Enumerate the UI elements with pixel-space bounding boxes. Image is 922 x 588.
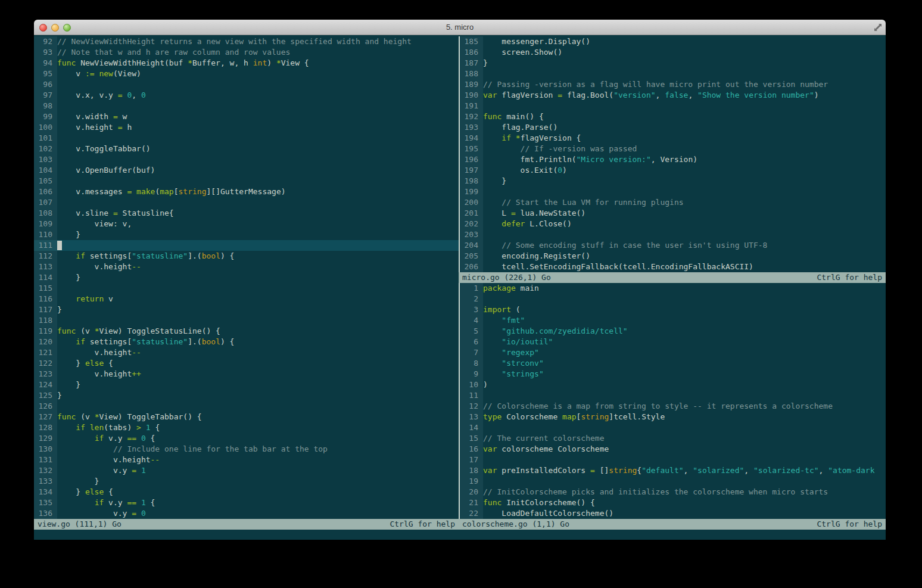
code-line[interactable]: 193 flag.Parse() (459, 122, 886, 133)
titlebar[interactable]: 5. micro (34, 20, 886, 35)
code-line[interactable]: 92// NewViewWidthHeight returns a new vi… (34, 36, 459, 47)
code-line[interactable]: 132 v.y = 1 (34, 465, 459, 476)
code-line[interactable]: 1package main (459, 283, 886, 294)
code-line[interactable]: 3import ( (459, 304, 886, 315)
code-line[interactable]: 131 v.height-- (34, 455, 459, 465)
resize-icon[interactable] (874, 23, 882, 32)
code-line[interactable]: 192func main() { (459, 111, 886, 122)
code-line[interactable]: 185 messenger.Display() (459, 36, 886, 47)
code-line[interactable]: 128 if len(tabs) > 1 { (34, 422, 459, 433)
command-line[interactable] (34, 530, 886, 540)
code-line[interactable]: 100 v.height = h (34, 122, 459, 133)
code-line[interactable]: 188 (459, 69, 886, 79)
code-line[interactable]: 187} (459, 58, 886, 69)
code-line[interactable]: 129 if v.y == 0 { (34, 433, 459, 444)
code-line[interactable]: 204 // Some encoding stuff in case the u… (459, 240, 886, 251)
code-line[interactable]: 4 "fmt" (459, 315, 886, 326)
code-line[interactable]: 114 } (34, 272, 459, 283)
code-line[interactable]: 195 // If -version was passed (459, 144, 886, 154)
code-line[interactable]: 197 os.Exit(0) (459, 165, 886, 176)
code-text: } (483, 58, 886, 69)
code-line[interactable]: 104 v.OpenBuffer(buf) (34, 165, 459, 176)
code-line[interactable]: 99 v.width = w (34, 111, 459, 122)
code-line[interactable]: 95 v := new(View) (34, 69, 459, 79)
code-line[interactable]: 125} (34, 390, 459, 401)
code-line[interactable]: 93// Note that w and h are raw column an… (34, 47, 459, 58)
code-line[interactable]: 5 "github.com/zyedidia/tcell" (459, 326, 886, 337)
code-line[interactable]: 190var flagVersion = flag.Bool("version"… (459, 90, 886, 101)
code-line[interactable]: 101 (34, 133, 459, 144)
code-line[interactable]: 189// Passing -version as a flag will ha… (459, 79, 886, 90)
code-line[interactable]: 105 (34, 176, 459, 186)
code-line[interactable]: 121 v.height-- (34, 347, 459, 358)
code-line[interactable]: 98 (34, 101, 459, 111)
code-line[interactable]: 96 (34, 79, 459, 90)
editor-pane-micro-go[interactable]: 185 messenger.Display()186 screen.Show()… (459, 36, 886, 272)
code-line[interactable]: 19 (459, 476, 886, 487)
code-line[interactable]: 7 "regexp" (459, 347, 886, 358)
code-line[interactable]: 127func (v *View) ToggleTabbar() { (34, 412, 459, 422)
code-text: // InitColorscheme picks and initializes… (483, 487, 886, 497)
code-line[interactable]: 205 encoding.Register() (459, 251, 886, 262)
code-line[interactable]: 112 if settings["statusline"].(bool) { (34, 251, 459, 262)
code-line[interactable]: 6 "io/ioutil" (459, 337, 886, 347)
code-line[interactable]: 20// InitColorscheme picks and initializ… (459, 487, 886, 497)
code-line[interactable]: 18var preInstalledColors = []string{"def… (459, 465, 886, 476)
code-line[interactable]: 14 (459, 422, 886, 433)
code-line[interactable]: 111 (34, 240, 459, 251)
code-line[interactable]: 123 v.height++ (34, 369, 459, 379)
code-line[interactable]: 134 } else { (34, 487, 459, 497)
code-line[interactable]: 117} (34, 304, 459, 315)
code-line[interactable]: 10) (459, 379, 886, 390)
code-line[interactable]: 119func (v *View) ToggleStatusLine() { (34, 326, 459, 337)
code-line[interactable]: 186 screen.Show() (459, 47, 886, 58)
code-line[interactable]: 199 (459, 186, 886, 197)
code-line[interactable]: 13type Colorscheme map[string]tcell.Styl… (459, 412, 886, 422)
code-line[interactable]: 2 (459, 294, 886, 304)
code-line[interactable]: 8 "strconv" (459, 358, 886, 369)
code-line[interactable]: 118 (34, 315, 459, 326)
code-line[interactable]: 135 if v.y == 1 { (34, 497, 459, 508)
code-line[interactable]: 122 } else { (34, 358, 459, 369)
line-number: 100 (34, 122, 57, 133)
code-line[interactable]: 194 if *flagVersion { (459, 133, 886, 144)
code-line[interactable]: 110 } (34, 229, 459, 240)
code-line[interactable]: 203 (459, 229, 886, 240)
code-line[interactable]: 15// The current colorscheme (459, 433, 886, 444)
code-line[interactable]: 12// Colorscheme is a map from string to… (459, 401, 886, 412)
code-line[interactable]: 94func NewViewWidthHeight(buf *Buffer, w… (34, 58, 459, 69)
code-line[interactable]: 17 (459, 455, 886, 465)
code-line[interactable]: 97 v.x, v.y = 0, 0 (34, 90, 459, 101)
code-line[interactable]: 106 v.messages = make(map[string][]Gutte… (34, 186, 459, 197)
code-line[interactable]: 103 (34, 154, 459, 165)
code-line[interactable]: 102 v.ToggleTabbar() (34, 144, 459, 154)
code-line[interactable]: 198 } (459, 176, 886, 186)
code-line[interactable]: 22 LoadDefaultColorscheme() (459, 508, 886, 519)
code-line[interactable]: 16var colorscheme Colorscheme (459, 444, 886, 455)
code-line[interactable]: 196 fmt.Println("Micro version:", Versio… (459, 154, 886, 165)
code-line[interactable]: 21func InitColorscheme() { (459, 497, 886, 508)
code-line[interactable]: 124 } (34, 379, 459, 390)
code-line[interactable]: 126 (34, 401, 459, 412)
code-line[interactable]: 107 (34, 197, 459, 208)
code-line[interactable]: 108 v.sline = Statusline{ (34, 208, 459, 219)
editor-pane-view-go[interactable]: 92// NewViewWidthHeight returns a new vi… (34, 36, 459, 519)
code-line[interactable]: 202 defer L.Close() (459, 219, 886, 229)
code-line[interactable]: 9 "strings" (459, 369, 886, 379)
code-line[interactable]: 120 if settings["statusline"].(bool) { (34, 337, 459, 347)
code-line[interactable]: 11 (459, 390, 886, 401)
editor-pane-colorscheme-go[interactable]: 1package main23import (4 "fmt"5 "github.… (459, 283, 886, 519)
code-line[interactable]: 191 (459, 101, 886, 111)
code-line[interactable]: 201 L = lua.NewState() (459, 208, 886, 219)
cursor (57, 241, 62, 250)
code-line[interactable]: 115 (34, 283, 459, 294)
code-line[interactable]: 116 return v (34, 294, 459, 304)
code-line[interactable]: 206 tcell.SetEncodingFallback(tcell.Enco… (459, 262, 886, 272)
code-line[interactable]: 113 v.height-- (34, 262, 459, 272)
code-line[interactable]: 109 view: v, (34, 219, 459, 229)
code-line[interactable]: 130 // Include one line for the tab bar … (34, 444, 459, 455)
code-line[interactable]: 200 // Start the Lua VM for running plug… (459, 197, 886, 208)
line-number: 136 (34, 508, 57, 519)
code-line[interactable]: 136 v.y = 0 (34, 508, 459, 519)
code-line[interactable]: 133 } (34, 476, 459, 487)
